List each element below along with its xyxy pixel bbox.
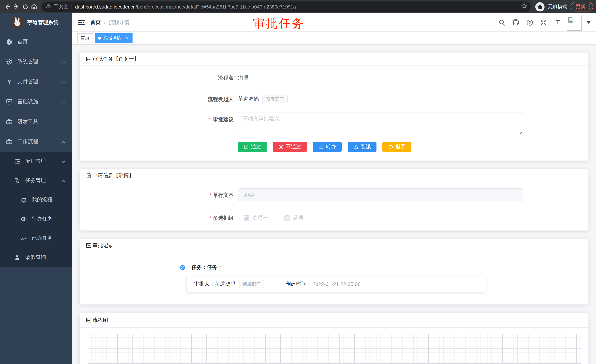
application-info-card: 申请信息【滔博】 单行文本 多选框组 选项一 [80, 169, 589, 231]
sidebar-item-label: 待办任务 [32, 216, 52, 222]
navbar: 首页 / 流程详情 ? [72, 13, 596, 32]
avatar-caret-icon[interactable] [586, 21, 591, 24]
sidebar-item-label: 基础设施 [17, 98, 38, 105]
reject-button[interactable]: 不通过 [273, 142, 307, 152]
picture-icon [86, 56, 91, 62]
tab-home[interactable]: 首页 [77, 33, 93, 43]
sidebar-item-label: 研发工具 [17, 118, 38, 125]
checkbox-label: 选项一 [253, 215, 268, 221]
sidebar-item-label: 系统管理 [17, 58, 38, 65]
sidebar-item-label: 流程管理 [25, 158, 46, 165]
tree-list-icon [14, 158, 20, 165]
sidebar-item-infrastructure[interactable]: 基础设施 [0, 92, 72, 112]
card-title: 审批任务【任务一】 [93, 56, 139, 62]
sidebar-toggle-icon[interactable] [72, 13, 90, 31]
task-title: 任务：任务一 [191, 264, 223, 271]
app-title: 芋道管理系统 [27, 19, 59, 26]
card-body: 流程名 滔博 流程发起人 芋道源码 研发部门 审批建议 [80, 66, 588, 160]
delegate-button[interactable]: 委派 [348, 142, 376, 152]
sidebar-item-my-process[interactable]: 我的流程 [0, 190, 72, 209]
document-icon [86, 173, 91, 178]
checkbox-option-2[interactable]: 选项二 [284, 215, 309, 221]
sidebar-item-task-management[interactable]: 任务管理 [0, 171, 72, 190]
avatar[interactable] [567, 16, 581, 30]
sidebar-item-label: 请假查询 [25, 254, 46, 261]
dashboard-icon [6, 38, 13, 45]
browser-update-button[interactable]: 更新 [571, 2, 593, 11]
return-button[interactable]: 退回 [382, 142, 411, 152]
sidebar-item-devtools[interactable]: 研发工具 [0, 112, 72, 132]
eye-open-icon [20, 216, 27, 222]
chevron-down-icon [61, 99, 66, 105]
checkbox-group-row: 多选框组 选项一 选项二 [87, 214, 581, 222]
field-label-required: 多选框组 [87, 214, 238, 222]
card-title: 审批记录 [93, 242, 113, 249]
sidebar-item-home[interactable]: 首页 [0, 32, 72, 52]
initiator-name: 芋道源码 [238, 96, 259, 102]
field-label: 流程名 [87, 74, 238, 81]
card-title: 申请信息【滔博】 [93, 172, 134, 179]
sidebar-item-system[interactable]: 系统管理 [0, 52, 72, 72]
field-label-required: 单行文本 [87, 191, 238, 198]
tab-label: 流程详情 [103, 35, 121, 41]
transfer-button[interactable]: 转办 [313, 142, 342, 152]
breadcrumb: 首页 / 流程详情 [90, 19, 130, 26]
checkbox-group: 选项一 选项二 [244, 215, 325, 221]
font-size-icon[interactable]: TT [554, 19, 560, 25]
page-body: 芋道管理系统 首页 系统管理 ¥ 支付管理 [0, 13, 596, 364]
sidebar-item-label: 首页 [17, 38, 28, 45]
checkbox-option-1[interactable]: 选项一 [244, 215, 268, 221]
monitor-icon [6, 98, 13, 105]
tab-process-detail[interactable]: 流程详情 [95, 33, 133, 43]
button-label: 通过 [251, 144, 261, 150]
chevron-down-icon [61, 79, 66, 85]
url-host: dashboard.yudao.iocoder.cn [75, 4, 136, 9]
sidebar-logo[interactable]: 芋道管理系统 [0, 13, 72, 32]
bookmark-star-icon[interactable] [521, 3, 527, 10]
sidebar-item-process-management[interactable]: 流程管理 [0, 152, 72, 171]
address-bar[interactable]: 不安全 dashboard.yudao.iocoder.cn/bpm/proce… [41, 1, 531, 12]
card-body: 单行文本 多选框组 选项一 [80, 182, 588, 230]
update-label: 更新 [576, 3, 585, 10]
sidebar-item-done-tasks[interactable]: 已办任务 [0, 229, 72, 248]
initiator-row: 流程发起人 芋道源码 研发部门 [87, 95, 581, 103]
main-area: 首页 / 流程详情 ? [72, 13, 596, 364]
card-body: 任务：任务一 审批人： 芋道源码 研发部门 创建时间： 2022-01-21 2… [80, 252, 588, 305]
approve-button[interactable]: 通过 [238, 142, 267, 152]
sidebar-item-leave-query[interactable]: 请假查询 [0, 248, 72, 267]
url-path: /bpm/process-instance/detail?id=54aa251f… [136, 4, 296, 9]
department-tag: 研发部门 [239, 280, 264, 288]
comment-textarea[interactable] [238, 112, 523, 135]
browser-home-button[interactable] [30, 2, 38, 11]
logo-image [11, 17, 23, 29]
single-line-text-input[interactable] [238, 188, 523, 201]
breadcrumb-home[interactable]: 首页 [90, 19, 101, 26]
chevron-down-icon [61, 59, 66, 65]
toolbox-icon [6, 118, 13, 125]
browser-forward-button[interactable] [12, 2, 21, 11]
browser-reload-button[interactable] [21, 2, 30, 11]
field-label-required: 审批建议 [87, 112, 238, 123]
button-label: 委派 [361, 144, 371, 150]
fullscreen-icon[interactable] [540, 19, 547, 26]
sidebar-item-label: 支付管理 [17, 78, 38, 85]
sidebar-item-todo-tasks[interactable]: 待办任务 [0, 209, 72, 229]
approver-name: 芋道源码 [215, 281, 235, 287]
browser-menu-icon[interactable] [589, 4, 590, 9]
tab-close-icon[interactable] [124, 35, 129, 41]
record-detail-card: 审批人： 芋道源码 研发部门 创建时间： 2022-01-21 22:35:08 [186, 276, 486, 293]
button-label: 不通过 [286, 144, 301, 150]
card-header: 申请信息【滔博】 [80, 169, 588, 182]
security-label[interactable]: 不安全 [54, 3, 68, 10]
user-icon [14, 254, 20, 261]
search-icon[interactable] [499, 19, 505, 26]
sidebar-item-workflow[interactable]: 工作流程 [0, 132, 72, 152]
sidebar-item-payment[interactable]: ¥ 支付管理 [0, 72, 72, 92]
github-icon[interactable] [512, 19, 519, 26]
bpmn-diagram-canvas[interactable] [88, 334, 581, 364]
browser-back-button[interactable] [3, 2, 12, 11]
chevron-down-icon [61, 119, 66, 125]
breadcrumb-current: 流程详情 [109, 19, 130, 26]
security-warning-icon[interactable] [46, 3, 52, 10]
help-icon[interactable]: ? [526, 19, 533, 26]
